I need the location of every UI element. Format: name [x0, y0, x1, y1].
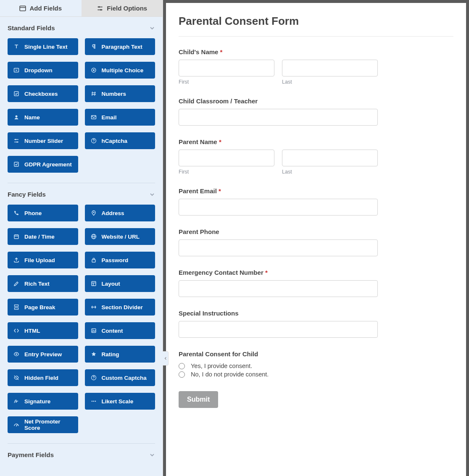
field-classroom[interactable]: Child Classroom / Teacher [179, 97, 378, 126]
field-parental-consent[interactable]: Parental Consent for Child Yes, I provid… [179, 350, 378, 379]
field-type-label: Likert Scale [102, 398, 134, 405]
radio-option-yes[interactable]: Yes, I provide consent. [179, 362, 378, 370]
parent-email-input[interactable] [179, 199, 378, 216]
field-type-multiple-choice[interactable]: Multiple Choice [85, 62, 155, 79]
special-instructions-input[interactable] [179, 321, 378, 338]
radio-input[interactable] [179, 363, 185, 369]
child-first-name-input[interactable] [179, 60, 274, 76]
field-type-dropdown[interactable]: Dropdown [8, 62, 78, 79]
field-type-entry-preview[interactable]: Entry Preview [8, 346, 78, 363]
field-label: Child's Name * [179, 48, 378, 55]
emergency-contact-input[interactable] [179, 280, 378, 297]
section-title: Payment Fields [8, 451, 54, 458]
field-child-name[interactable]: Child's Name * First Last [179, 48, 378, 85]
field-type-checkboxes[interactable]: Checkboxes [8, 85, 78, 102]
sublabel-last: Last [282, 169, 378, 175]
paragraph-icon [91, 44, 97, 50]
classroom-input[interactable] [179, 109, 378, 126]
star-icon [91, 351, 97, 357]
tab-field-options[interactable]: Field Options [82, 0, 163, 16]
layout-icon [91, 281, 97, 287]
eye-off-icon [13, 375, 19, 381]
field-type-label: Custom Captcha [102, 375, 147, 381]
field-label: Child Classroom / Teacher [179, 97, 378, 105]
tab-label: Field Options [107, 5, 147, 12]
globe-icon [91, 234, 97, 239]
field-type-file-upload[interactable]: File Upload [8, 252, 78, 268]
field-type-custom-captcha[interactable]: Custom Captcha [85, 369, 155, 386]
gauge-icon [13, 422, 19, 428]
field-emergency-contact[interactable]: Emergency Contact Number * [179, 269, 378, 297]
divider-icon [91, 304, 97, 310]
form-canvas[interactable]: Parental Consent Form Child's Name * Fir… [166, 3, 466, 476]
field-type-label: Checkboxes [24, 91, 58, 97]
radio-label: No, I do not provide consent. [191, 371, 269, 378]
field-type-rating[interactable]: Rating [85, 346, 155, 363]
field-type-hidden-field[interactable]: Hidden Field [8, 369, 78, 386]
field-parent-name[interactable]: Parent Name * First Last [179, 138, 378, 175]
radio-input[interactable] [179, 371, 185, 378]
radio-label: Yes, I provide consent. [191, 363, 252, 369]
section-header-fancy[interactable]: Fancy Fields [8, 183, 155, 200]
field-type-number-slider[interactable]: Number Slider [8, 132, 78, 149]
radio-icon [91, 67, 97, 73]
required-marker: * [265, 269, 268, 276]
field-type-label: Net Promoter Score [24, 418, 72, 431]
text-icon [13, 44, 19, 50]
field-type-content[interactable]: Content [85, 322, 155, 339]
field-parent-email[interactable]: Parent Email * [179, 187, 378, 216]
child-last-name-input[interactable] [282, 60, 378, 76]
field-type-signature[interactable]: Signature [8, 393, 78, 410]
field-type-email[interactable]: Email [85, 109, 155, 126]
field-type-rich-text[interactable]: Rich Text [8, 275, 78, 292]
field-type-name[interactable]: Name [8, 109, 78, 126]
question-icon [91, 138, 97, 144]
sidebar-tabs: Add Fields Field Options [0, 0, 163, 17]
radio-option-no[interactable]: No, I do not provide consent. [179, 370, 378, 379]
parent-phone-input[interactable] [179, 239, 378, 256]
chevron-down-icon [149, 25, 155, 31]
field-type-likert-scale[interactable]: Likert Scale [85, 393, 155, 410]
field-type-website-url[interactable]: Website / URL [85, 228, 155, 245]
collapse-sidebar-button[interactable] [163, 351, 169, 366]
field-type-paragraph-text[interactable]: Paragraph Text [85, 38, 155, 55]
field-parent-phone[interactable]: Parent Phone [179, 228, 378, 256]
field-special-instructions[interactable]: Special Instructions [179, 310, 378, 338]
field-type-password[interactable]: Password [85, 252, 155, 268]
field-type-address[interactable]: Address [85, 205, 155, 221]
section-header-standard[interactable]: Standard Fields [8, 17, 155, 34]
field-type-label: Signature [24, 398, 50, 405]
field-type-gdpr-agreement[interactable]: GDPR Agreement [8, 156, 78, 173]
submit-button[interactable]: Submit [179, 391, 218, 408]
field-type-numbers[interactable]: Numbers [85, 85, 155, 102]
field-type-net-promoter-score[interactable]: Net Promoter Score [8, 416, 78, 433]
field-type-label: Rich Text [24, 281, 50, 287]
hash-icon [91, 91, 97, 97]
field-type-html[interactable]: HTML [8, 322, 78, 339]
user-icon [13, 114, 19, 120]
field-type-phone[interactable]: Phone [8, 205, 78, 221]
field-type-page-break[interactable]: Page Break [8, 299, 78, 316]
chevron-down-icon [149, 192, 155, 197]
field-type-label: Section Divider [102, 304, 143, 310]
field-type-label: hCaptcha [102, 138, 128, 144]
field-type-section-divider[interactable]: Section Divider [85, 299, 155, 316]
canvas-wrap: Parental Consent Form Child's Name * Fir… [163, 0, 469, 476]
field-type-label: Single Line Text [24, 44, 68, 50]
tab-add-fields[interactable]: Add Fields [0, 0, 82, 16]
section-header-payment[interactable]: Payment Fields [8, 444, 155, 461]
section-title: Fancy Fields [8, 191, 46, 198]
checkboxes-icon [13, 91, 19, 97]
field-type-label: Email [102, 114, 117, 121]
field-type-date-time[interactable]: Date / Time [8, 228, 78, 245]
field-type-label: Rating [102, 351, 119, 358]
chevron-down-icon [149, 452, 155, 458]
lock-icon [91, 257, 97, 263]
parent-last-name-input[interactable] [282, 150, 378, 166]
sidebar: Add Fields Field Options Standard Fields… [0, 0, 163, 476]
field-type-layout[interactable]: Layout [85, 275, 155, 292]
field-type-single-line-text[interactable]: Single Line Text [8, 38, 78, 55]
field-type-hcaptcha[interactable]: hCaptcha [85, 132, 155, 149]
field-type-label: Phone [24, 210, 42, 216]
parent-first-name-input[interactable] [179, 150, 274, 166]
